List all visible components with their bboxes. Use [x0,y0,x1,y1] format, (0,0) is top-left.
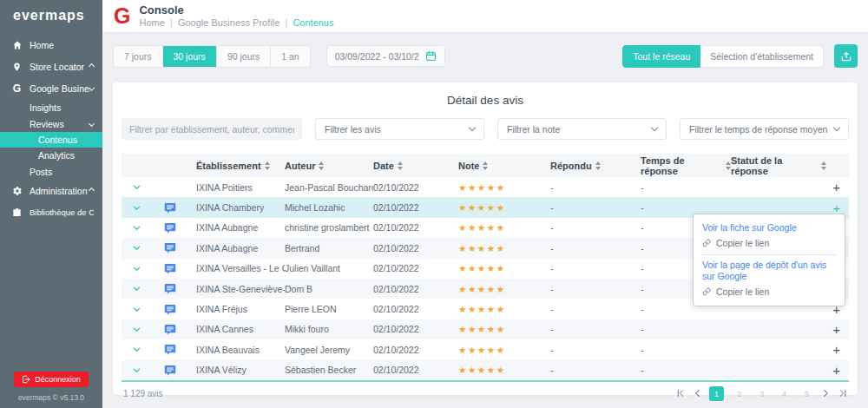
comment-icon[interactable] [163,343,177,356]
network-all-button[interactable]: Tout le réseau [622,45,700,68]
chevron-down-icon [833,124,840,131]
period-1-an[interactable]: 1 an [271,46,309,67]
expand-chevron-icon[interactable] [132,284,141,293]
page-5[interactable]: 5 [799,386,814,401]
response-time-cell: - [641,324,731,334]
sidebar-item-reviews[interactable]: Reviews [0,115,102,132]
sort-icon[interactable] [319,161,324,170]
add-response-button[interactable]: + [832,364,840,377]
author-cell: Dom B [285,284,373,294]
breadcrumb-home[interactable]: Home [139,17,177,28]
copy-review-link-button[interactable]: Copier le lien [694,284,845,302]
calendar-icon [425,50,437,62]
page-1[interactable]: 1 [709,386,724,401]
page-3[interactable]: 3 [754,386,769,401]
sidebar-item-bibliotheque[interactable]: Bibliothèque de Contenu [0,201,102,223]
sidebar: evermaps Home Store Locator G Google Bus… [0,0,102,408]
expand-chevron-icon[interactable] [132,365,141,375]
sidebar-item-label: Reviews [30,119,64,129]
table-footer: 1 129 avis 1 2 3 4 5 [122,386,849,401]
library-icon [11,207,23,218]
filter-temps-select[interactable]: Filtrer le temps de réponse moyen [680,118,849,140]
table-row[interactable]: IXINA Poitiers Jean-Pascal Bouchard 02/1… [122,177,849,197]
view-review-page-link[interactable]: Voir la page de dépôt d'un avis sur Goog… [694,256,845,284]
expand-chevron-icon[interactable] [132,305,141,314]
export-button[interactable] [834,44,858,68]
comment-icon[interactable] [163,262,177,275]
establishment-cell: IXINA Vélizy [196,365,285,375]
panel-title: Détail des avis [122,94,849,107]
search-input[interactable] [122,118,302,140]
expand-chevron-icon[interactable] [132,203,141,213]
copy-listing-link-button[interactable]: Copier le lien [694,235,845,253]
sidebar-item-store-locator[interactable]: Store Locator [0,56,102,77]
filters-row: Filtrer les avis Filtrer la note Filtrer… [122,118,849,140]
sort-icon[interactable] [398,161,403,170]
answered-cell: - [550,284,641,294]
rating-stars: ★★★★★ [458,222,506,233]
add-response-button[interactable]: + [832,181,840,194]
sidebar-item-administration[interactable]: Administration [0,180,102,201]
comment-icon[interactable] [163,201,177,214]
table-row[interactable]: IXINA Cannes Mikki fouro 02/10/2022 ★★★★… [122,319,849,339]
sidebar-item-posts[interactable]: Posts [0,163,102,180]
add-response-button[interactable]: + [832,323,840,336]
comment-icon[interactable] [163,364,177,377]
comment-icon[interactable] [163,241,177,254]
sidebar-item-analytics[interactable]: Analytics [0,148,102,163]
sidebar-item-home[interactable]: Home [0,34,102,56]
date-cell: 02/10/2022 [373,182,458,193]
first-page-icon[interactable] [676,389,686,398]
evermaps-logo: evermaps [0,0,102,34]
expand-chevron-icon[interactable] [132,182,141,192]
col-repondu: Répondu [550,161,592,171]
page-4[interactable]: 4 [777,386,792,401]
prev-page-icon[interactable] [694,389,701,398]
establishment-cell: IXINA Fréjus [196,304,285,314]
page-2[interactable]: 2 [732,386,746,401]
establishment-cell: IXINA Aubagne [196,222,285,233]
date-cell: 02/10/2022 [373,365,458,375]
sidebar-item-google-business-profile[interactable]: G Google Business Profile [0,77,102,99]
next-page-icon[interactable] [822,389,830,398]
view-google-listing-link[interactable]: Voir la fiche sur Google [694,219,845,235]
expand-chevron-icon[interactable] [132,243,141,253]
comment-icon[interactable] [163,323,177,336]
establishment-cell: IXINA Cannes [196,324,285,334]
date-cell: 02/10/2022 [373,324,458,334]
expand-chevron-icon[interactable] [132,223,141,233]
breadcrumb: HomeGoogle Business ProfileContenus [139,17,333,29]
expand-chevron-icon[interactable] [132,325,141,334]
breadcrumb-gbp[interactable]: Google Business Profile [178,17,293,28]
network-select-button[interactable]: Sélection d'établissement [700,45,824,68]
comment-icon[interactable] [163,221,177,234]
sort-icon[interactable] [595,161,601,170]
table-row[interactable]: IXINA Beauvais Vangeel Jeremy 02/10/2022… [122,339,849,359]
add-response-button[interactable]: + [832,343,840,356]
sidebar-item-insights[interactable]: Insights [0,99,102,115]
chevron-down-icon [89,121,95,127]
period-7-jours[interactable]: 7 jours [114,46,163,67]
logout-button[interactable]: Déconnexion [14,372,89,387]
period-90-jours[interactable]: 90 jours [217,46,271,67]
filter-note-select[interactable]: Filtrer la note [497,118,667,140]
filter-avis-select[interactable]: Filtrer les avis [315,118,484,140]
col-statut-reponse: Statut de la réponse [731,155,818,176]
breadcrumb-contenus[interactable]: Contenus [293,17,333,28]
comment-icon[interactable] [163,282,177,295]
sidebar-item-contenus[interactable]: Contenus [0,132,102,148]
date-range-picker[interactable]: 03/09/2022 - 03/10/2 [326,45,445,67]
sort-icon[interactable] [265,161,270,170]
expand-chevron-icon[interactable] [132,345,141,354]
last-page-icon[interactable] [838,389,847,398]
period-30-jours[interactable]: 30 jours [163,46,217,67]
comment-icon[interactable] [163,303,177,316]
top-bar: G Console HomeGoogle Business ProfileCon… [102,0,868,33]
sort-icon[interactable] [483,161,488,170]
date-cell: 02/10/2022 [373,345,458,355]
table-row[interactable]: IXINA Vélizy Sébastien Becker 02/10/2022… [122,360,849,380]
add-response-button[interactable]: + [832,201,840,214]
expand-chevron-icon[interactable] [132,264,141,273]
author-cell: Jean-Pascal Bouchard [285,182,373,193]
sort-icon[interactable] [821,161,826,170]
